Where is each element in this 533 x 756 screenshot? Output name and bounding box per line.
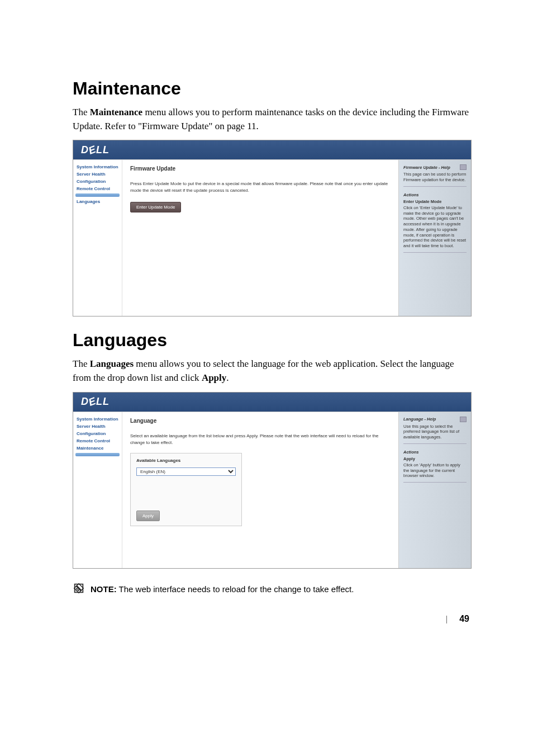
screenshot-header: DELL	[73, 140, 471, 159]
language-title: Language	[130, 418, 391, 424]
sidebar-item[interactable]: Server Health	[75, 423, 120, 430]
help-description: Use this page to select the preferred la…	[403, 424, 467, 444]
apply-button[interactable]: Apply	[136, 511, 160, 521]
sidebar-item-active[interactable]	[75, 453, 120, 456]
page-number: 49	[459, 614, 469, 623]
sidebar-item[interactable]: Remote Control	[75, 185, 120, 192]
languages-paragraph: The Languages menu allows you to select …	[73, 357, 472, 385]
language-screenshot: DELL System Information Server Health Co…	[73, 392, 472, 569]
note-icon	[73, 582, 85, 594]
note-row: NOTE: The web interface needs to reload …	[73, 582, 472, 595]
firmware-update-title: Firmware Update	[130, 166, 391, 172]
language-text: Select an available language from the li…	[130, 433, 391, 446]
help-title: Language - Help	[403, 417, 436, 422]
language-select[interactable]: English (EN)	[136, 467, 236, 476]
text: The	[73, 358, 90, 369]
sidebar-item[interactable]: Maintenance	[75, 445, 120, 452]
text-bold: Languages	[90, 358, 134, 369]
sidebar-item[interactable]: System Information	[75, 415, 120, 423]
page-separator	[446, 616, 447, 623]
help-icon[interactable]	[460, 164, 467, 170]
screenshot-sidebar: System Information Server Health Configu…	[73, 160, 122, 316]
text: The	[73, 107, 90, 117]
text-bold: Maintenance	[90, 107, 142, 117]
note-label: NOTE:	[91, 584, 117, 594]
maintenance-heading: Maintenance	[73, 78, 472, 99]
screenshot-main: Language Select an available language fr…	[122, 412, 398, 568]
action-name: Enter Update Mode	[403, 199, 467, 204]
firmware-update-text: Press Enter Update Mode to put the devic…	[130, 181, 391, 194]
sidebar-item[interactable]: Configuration	[75, 178, 120, 185]
action-description: Click on 'Enter Update Mode' to make the…	[403, 205, 467, 253]
help-description: This page can be used to perform Firmwar…	[403, 172, 467, 187]
languages-heading: Languages	[73, 330, 472, 351]
text: .	[226, 372, 229, 383]
available-languages-label: Available Languages	[136, 458, 236, 463]
maintenance-paragraph: The Maintenance menu allows you to perfo…	[73, 106, 472, 133]
actions-label: Actions	[403, 192, 467, 197]
sidebar-item[interactable]: Configuration	[75, 430, 120, 437]
action-description: Click on 'Apply' button to apply the lan…	[403, 462, 467, 483]
actions-label: Actions	[403, 450, 467, 455]
text-bold: Apply	[202, 372, 226, 383]
sidebar-item[interactable]: System Information	[75, 163, 120, 171]
enter-update-mode-button[interactable]: Enter Update Mode	[130, 202, 181, 212]
sidebar-item[interactable]: Server Health	[75, 171, 120, 178]
action-name: Apply	[403, 456, 467, 461]
screenshot-help-panel: Language - Help Use this page to select …	[398, 412, 471, 568]
firmware-update-screenshot: DELL System Information Server Health Co…	[73, 140, 472, 316]
screenshot-main: Firmware Update Press Enter Update Mode …	[122, 160, 398, 316]
dell-logo: DELL	[81, 144, 110, 156]
sidebar-item-active[interactable]	[75, 193, 120, 197]
screenshot-help-panel: Firmware Update - Help This page can be …	[398, 160, 471, 316]
note-text: NOTE: The web interface needs to reload …	[91, 582, 354, 595]
sidebar-item[interactable]: Remote Control	[75, 437, 120, 445]
help-icon[interactable]	[460, 417, 467, 422]
screenshot-header: DELL	[73, 393, 471, 412]
dell-logo: DELL	[81, 396, 110, 408]
language-select-box: Available Languages English (EN) Apply	[130, 453, 242, 526]
note-body: The web interface needs to reload for th…	[117, 584, 354, 594]
help-title: Firmware Update - Help	[403, 165, 450, 170]
page-footer: 49	[73, 614, 472, 624]
screenshot-sidebar: System Information Server Health Configu…	[73, 412, 122, 568]
sidebar-item[interactable]: Languages	[75, 198, 120, 205]
